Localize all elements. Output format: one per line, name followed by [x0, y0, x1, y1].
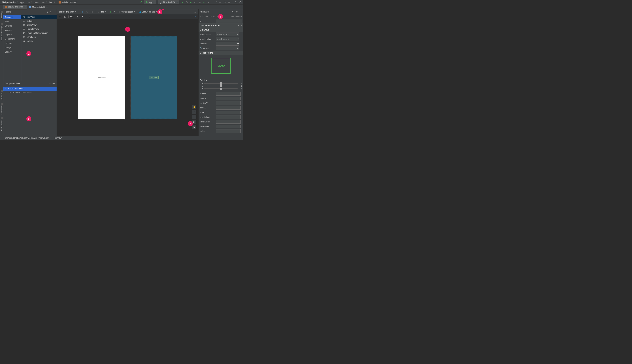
- palette-item-imageview[interactable]: ▨ImageView: [21, 23, 56, 27]
- tab-mainactivity[interactable]: MainActivity.kt ×: [27, 5, 49, 9]
- palette-cat-widgets[interactable]: Widgets: [3, 28, 21, 32]
- palette-item-recyclerview[interactable]: ☰RecyclerView: [21, 27, 56, 31]
- rail-structure[interactable]: Structure: [1, 90, 3, 100]
- alpha-input[interactable]: [216, 129, 240, 133]
- rotation-x-slider[interactable]: x0: [198, 82, 243, 85]
- palette-item-textview[interactable]: AbTextView: [21, 15, 56, 19]
- design-surface[interactable]: 4 Hello World! TextView ✋ + − 1:1 ▣ 7: [57, 19, 198, 136]
- blueprint-textview[interactable]: TextView: [149, 76, 159, 79]
- clear-constraints-icon[interactable]: ✕: [76, 15, 79, 18]
- palette-cat-helpers[interactable]: Helpers: [3, 41, 21, 45]
- scalex-input[interactable]: [216, 106, 240, 110]
- rail-build-variants[interactable]: Build Variants: [1, 117, 3, 131]
- search-icon[interactable]: [232, 10, 235, 14]
- gear-icon[interactable]: ⚙: [48, 82, 52, 85]
- tools-visibility-select[interactable]: [216, 46, 240, 50]
- stop-icon[interactable]: ■: [207, 1, 210, 4]
- translationx-input[interactable]: [216, 115, 240, 119]
- api-select-dropdown[interactable]: ▲T▼: [109, 10, 116, 13]
- visibility-select[interactable]: [216, 42, 240, 46]
- rotation-z-slider[interactable]: z0: [198, 88, 243, 90]
- translationz-input[interactable]: [216, 124, 240, 128]
- status-crumb-2[interactable]: TextView: [54, 137, 62, 139]
- design-preview[interactable]: Hello World!: [78, 36, 125, 119]
- rail-resource-manager[interactable]: Resource Manager: [1, 23, 3, 41]
- palette-item-scrollview[interactable]: ▤ScrollView: [21, 35, 56, 39]
- tab-more-icon[interactable]: ⋮: [240, 6, 242, 8]
- search-icon[interactable]: [234, 1, 238, 4]
- remove-icon[interactable]: −: [240, 24, 242, 27]
- scaley-input[interactable]: [216, 110, 240, 114]
- surface-icon[interactable]: ◈: [80, 10, 84, 14]
- avd-icon[interactable]: ◫: [223, 1, 226, 4]
- pan-icon[interactable]: ✋: [192, 105, 196, 109]
- infer-constraints-icon[interactable]: ✦: [81, 15, 84, 18]
- flag-icon[interactable]: ▮: [242, 98, 242, 100]
- settings-gear-icon[interactable]: [239, 1, 242, 4]
- night-mode-icon[interactable]: ◐: [90, 10, 94, 14]
- gear-icon[interactable]: ⚙: [48, 10, 52, 14]
- flag-icon[interactable]: ▮: [242, 116, 242, 118]
- flag-icon[interactable]: ▮: [240, 48, 242, 50]
- add-icon[interactable]: +: [238, 24, 239, 27]
- rotationx-input[interactable]: [216, 96, 240, 100]
- close-icon[interactable]: ×: [25, 6, 26, 8]
- status-crumb-1[interactable]: androidx.constraintlayout.widget.Constra…: [5, 137, 49, 139]
- palette-item-switch[interactable]: ◑Switch: [21, 39, 56, 43]
- preview-textview[interactable]: Hello World!: [97, 76, 106, 78]
- flag-icon[interactable]: ▮: [240, 34, 242, 35]
- tree-item-constraintlayout[interactable]: ↳ ConstraintLayout: [3, 86, 56, 90]
- tree-item-textview[interactable]: Ab TextView "Hello World!": [3, 90, 56, 94]
- default-margin-button[interactable]: 0dp: [68, 15, 74, 18]
- flag-icon[interactable]: ▮: [240, 43, 242, 45]
- profiler-icon[interactable]: ◐: [194, 1, 197, 4]
- gear-icon[interactable]: ⚙: [235, 10, 238, 14]
- coverage-icon[interactable]: ▤: [198, 1, 201, 4]
- rail-bookmarks[interactable]: Bookmarks: [1, 103, 3, 114]
- theme-dropdown[interactable]: ◎MyApplication▼: [118, 10, 136, 13]
- flag-icon[interactable]: ▮: [242, 102, 242, 104]
- zoom-out-icon[interactable]: −: [192, 115, 196, 119]
- update-icon[interactable]: ⟳: [219, 1, 222, 4]
- palette-cat-text[interactable]: Text: [3, 19, 21, 24]
- flag-icon[interactable]: ▮: [242, 121, 242, 123]
- breadcrumb-app[interactable]: app: [19, 1, 24, 4]
- run-config-dropdown[interactable]: app ▼: [144, 0, 156, 4]
- zoom-in-icon[interactable]: +: [192, 110, 196, 114]
- close-icon[interactable]: ×: [46, 6, 48, 8]
- rail-project[interactable]: Project: [1, 11, 3, 19]
- device-select-dropdown[interactable]: ▯Pixel▼: [98, 10, 107, 13]
- flag-icon[interactable]: ▮: [242, 126, 242, 128]
- palette-item-button[interactable]: ▭Button: [21, 19, 56, 23]
- section-transforms[interactable]: ⌄ Transforms: [198, 51, 243, 55]
- sdk-icon[interactable]: ⬓: [228, 1, 230, 4]
- attach-debugger-icon[interactable]: ✶: [202, 1, 206, 4]
- rotation-y-slider[interactable]: y0: [198, 85, 243, 88]
- id-input[interactable]: [216, 19, 242, 23]
- flag-icon[interactable]: ▮: [242, 107, 242, 109]
- palette-cat-containers[interactable]: Containers: [3, 37, 21, 41]
- flag-icon[interactable]: ▮: [240, 38, 242, 40]
- resize-handle-icon[interactable]: [124, 118, 126, 120]
- breadcrumb-res[interactable]: res: [42, 1, 46, 4]
- translationy-input[interactable]: [216, 120, 240, 124]
- guidelines-icon[interactable]: 𝙸: [88, 15, 91, 18]
- config-file-dropdown[interactable]: activity_main.xml▼: [58, 10, 77, 13]
- git-icon[interactable]: ⎇: [214, 1, 218, 4]
- breadcrumb-project[interactable]: MyApplication: [1, 1, 17, 4]
- blueprint-preview[interactable]: TextView: [131, 36, 177, 119]
- tab-activity-main[interactable]: activity_main.xml ×: [3, 5, 27, 9]
- palette-cat-common[interactable]: Common: [3, 15, 21, 19]
- design-blueprint-icon[interactable]: ◫: [64, 15, 67, 18]
- debug-icon[interactable]: [189, 1, 192, 4]
- palette-cat-google[interactable]: Google: [3, 45, 21, 50]
- zoom-fit-icon[interactable]: ▣: [192, 125, 196, 129]
- palette-cat-layouts[interactable]: Layouts: [3, 32, 21, 37]
- minimize-icon[interactable]: —: [238, 10, 242, 14]
- device-dropdown[interactable]: Pixel 4 API 30 ▼: [158, 0, 179, 4]
- flag-icon[interactable]: ▮: [242, 93, 242, 95]
- search-icon[interactable]: [45, 10, 48, 14]
- locale-dropdown[interactable]: 🌐Default (en-us)▼: [138, 10, 158, 13]
- run-icon[interactable]: [181, 1, 184, 4]
- minimize-icon[interactable]: —: [52, 82, 55, 85]
